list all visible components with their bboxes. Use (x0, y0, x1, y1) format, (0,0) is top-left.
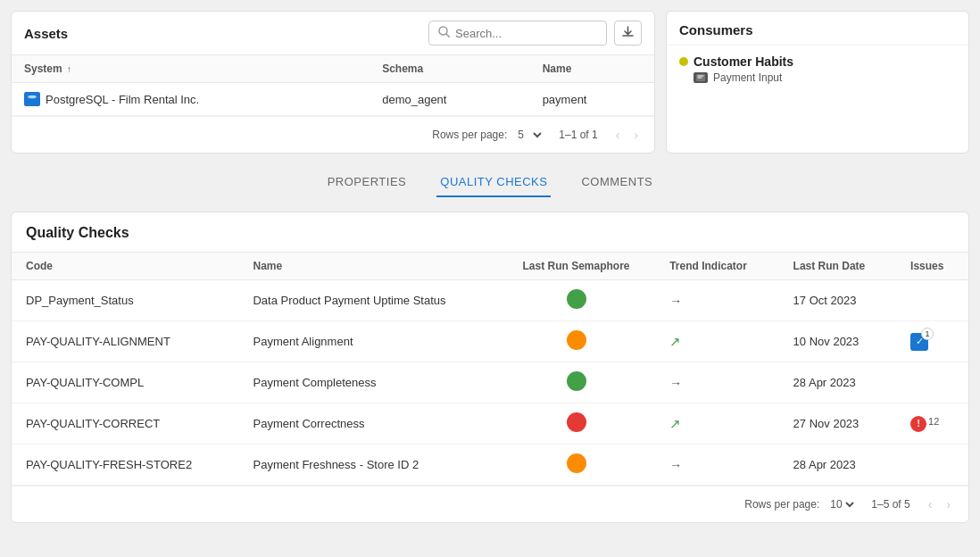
consumer-sub-text: Payment Input (713, 71, 782, 84)
issue-count-label: 12 (928, 416, 939, 432)
qc-issues: ✓ 1 (896, 321, 968, 362)
consumer-sub: Payment Input (693, 71, 956, 84)
qc-issues (896, 362, 968, 403)
issue-checkbox-icon: ✓ 1 (910, 333, 928, 351)
table-row: PostgreSQL - Film Rental Inc. demo_agent… (12, 83, 654, 116)
tabs-section: PROPERTIES QUALITY CHECKS COMMENTS (11, 162, 969, 203)
qc-col-code: Code (12, 253, 238, 280)
quality-checks-title: Quality Checks (26, 225, 129, 240)
prev-page-button[interactable]: ‹ (612, 126, 624, 144)
qc-col-name: Name (238, 253, 496, 280)
consumer-sub-icon (693, 72, 708, 83)
assets-table: System ↑ Schema Name (12, 55, 654, 116)
quality-checks-panel: Quality Checks Code Name Last Run Semaph… (11, 212, 969, 523)
consumers-title: Consumers (667, 12, 968, 46)
qc-trend: ↗ (655, 321, 778, 362)
table-row: PAY-QUALITY-ALIGNMENT Payment Alignment … (12, 321, 968, 362)
consumers-panel: Consumers Customer Habits (666, 11, 969, 154)
page: Assets (0, 0, 980, 557)
sort-icon: ↑ (67, 64, 71, 74)
tab-properties[interactable]: PROPERTIES (324, 168, 411, 197)
consumer-dot-icon (679, 57, 688, 66)
rows-per-page-label: Rows per page: (432, 129, 507, 141)
qc-date: 27 Nov 2023 (779, 403, 896, 445)
search-icon (438, 26, 450, 40)
assets-panel: Assets (11, 11, 655, 154)
trend-up-icon: ↗ (669, 416, 681, 431)
col-schema: Schema (370, 55, 529, 83)
qc-name: Payment Alignment (238, 321, 496, 362)
qc-semaphore (497, 321, 655, 362)
next-page-button[interactable]: › (630, 126, 642, 144)
table-row: DP_Payment_Status Data Product Payment U… (12, 280, 968, 321)
consumer-item: Customer Habits Payment Input (667, 46, 968, 93)
qc-trend: → (655, 280, 778, 321)
qc-issues (896, 280, 968, 321)
trend-flat-icon: → (669, 458, 682, 472)
qc-prev-page-button[interactable]: ‹ (925, 495, 936, 513)
svg-line-1 (446, 34, 450, 37)
schema-cell: demo_agent (370, 83, 529, 116)
qc-col-date: Last Run Date (779, 253, 896, 280)
semaphore-orange-dot (567, 453, 586, 473)
assets-header: Assets (12, 12, 654, 55)
qc-semaphore (497, 280, 655, 321)
qc-trend: → (655, 362, 778, 403)
assets-table-footer: Rows per page: 5 10 25 1–1 of 1 ‹ › (12, 116, 654, 153)
qc-name: Payment Freshness - Store ID 2 (238, 445, 496, 486)
issue-red-badge: ! (910, 416, 926, 432)
qc-date: 28 Apr 2023 (779, 445, 896, 486)
qc-col-semaphore: Last Run Semaphore (497, 253, 655, 280)
qc-next-page-button[interactable]: › (943, 495, 954, 513)
trend-up-icon: ↗ (669, 334, 681, 349)
qc-code: PAY-QUALITY-FRESH-STORE2 (12, 445, 238, 486)
qc-date: 28 Apr 2023 (779, 362, 896, 403)
col-system: System ↑ (12, 55, 370, 83)
search-input[interactable] (455, 27, 597, 40)
table-row: PAY-QUALITY-CORRECT Payment Correctness … (12, 403, 968, 445)
semaphore-red-dot (567, 412, 586, 432)
system-cell: PostgreSQL - Film Rental Inc. (12, 83, 370, 116)
issues-wrapper: ✓ 1 (910, 333, 954, 351)
qc-col-issues: Issues (896, 253, 968, 280)
issue-badge: 1 (921, 328, 934, 340)
semaphore-green-dot (567, 371, 586, 391)
qc-issues (896, 445, 968, 486)
qc-rows-per-page-select[interactable]: 10 25 50 (826, 497, 857, 511)
trend-flat-icon: → (669, 294, 682, 308)
tab-quality-checks[interactable]: QUALITY CHECKS (436, 168, 551, 197)
top-section: Assets (11, 11, 969, 154)
search-bar (428, 21, 607, 46)
consumer-name-text: Customer Habits (693, 54, 793, 69)
quality-checks-table: Code Name Last Run Semaphore Trend Indic… (12, 252, 968, 486)
rows-per-page-select[interactable]: 5 10 25 (514, 128, 544, 142)
qc-rows-per-page-label: Rows per page: (744, 498, 819, 511)
assets-title: Assets (24, 26, 68, 41)
qc-code: DP_Payment_Status (12, 280, 238, 321)
consumer-info: Customer Habits Payment Input (679, 54, 956, 84)
qc-trend: → (655, 445, 778, 486)
qc-name: Data Product Payment Uptime Status (238, 280, 496, 321)
issues-wrapper: ! 12 (910, 416, 954, 432)
semaphore-green-dot (567, 289, 586, 309)
db-icon (24, 92, 40, 106)
table-row: PAY-QUALITY-FRESH-STORE2 Payment Freshne… (12, 445, 968, 486)
issue-count-red: ! 12 (910, 416, 939, 432)
tab-comments[interactable]: COMMENTS (577, 168, 656, 197)
qc-table-footer: Rows per page: 10 25 50 1–5 of 5 ‹ › (12, 486, 968, 522)
qc-col-trend: Trend Indicator (655, 253, 778, 280)
qc-semaphore (497, 445, 655, 486)
pagination-info: 1–1 of 1 (559, 129, 597, 141)
download-button[interactable] (614, 21, 642, 46)
qc-code: PAY-QUALITY-COMPL (12, 362, 238, 403)
qc-code: PAY-QUALITY-ALIGNMENT (12, 321, 238, 362)
qc-semaphore (497, 362, 655, 403)
qc-pagination-info: 1–5 of 5 (871, 498, 909, 511)
col-name: Name (530, 55, 654, 83)
search-bar-container (428, 21, 642, 46)
qc-date: 17 Oct 2023 (779, 280, 896, 321)
qc-semaphore (497, 403, 655, 445)
qc-date: 10 Nov 2023 (779, 321, 896, 362)
system-name: PostgreSQL - Film Rental Inc. (46, 93, 199, 106)
qc-name: Payment Completeness (238, 362, 496, 403)
